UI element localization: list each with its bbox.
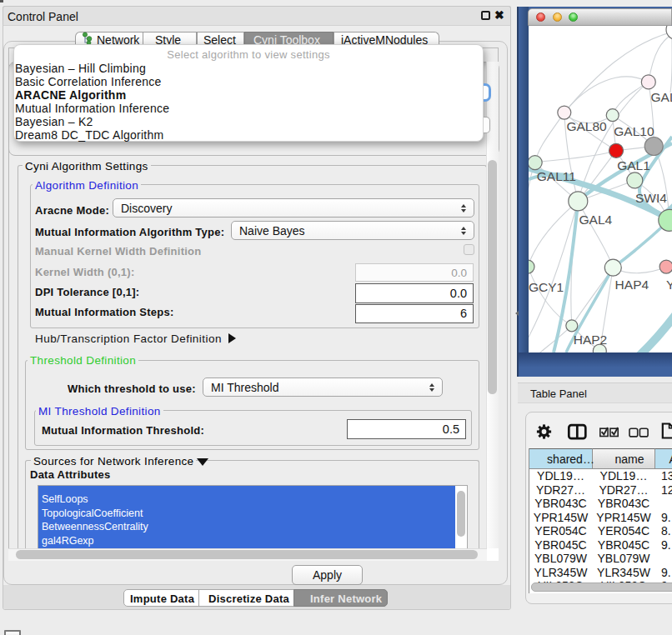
svg-text:GAL: GAL bbox=[651, 90, 672, 104]
svg-text:HAP2: HAP2 bbox=[574, 332, 608, 347]
svg-text:GAL11: GAL11 bbox=[537, 169, 576, 183]
svg-text:GCY1: GCY1 bbox=[529, 280, 564, 294]
svg-text:GAL1: GAL1 bbox=[617, 158, 650, 172]
svg-text:Y: Y bbox=[666, 278, 672, 292]
svg-text:SWI4: SWI4 bbox=[635, 191, 667, 205]
svg-text:GAL10: GAL10 bbox=[614, 124, 654, 138]
svg-text:GAL80: GAL80 bbox=[566, 119, 607, 133]
svg-text:GAL4: GAL4 bbox=[579, 212, 613, 227]
svg-text:HAP4: HAP4 bbox=[615, 278, 649, 292]
